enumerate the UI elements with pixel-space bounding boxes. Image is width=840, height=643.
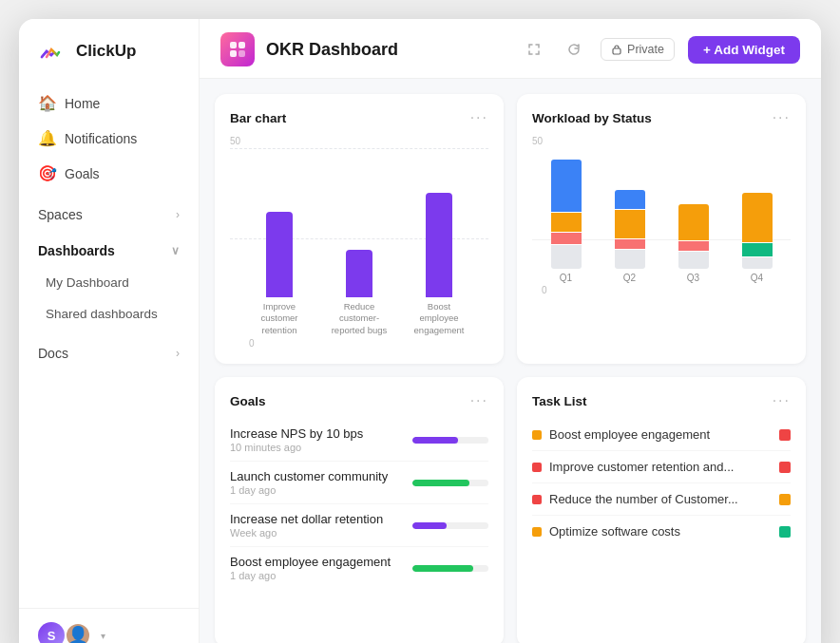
svg-rect-0 <box>230 42 237 48</box>
home-icon: 🏠 <box>38 94 55 112</box>
workload-y-top: 50 <box>532 136 791 146</box>
bar-1 <box>346 250 372 297</box>
sidebar-user[interactable]: S 👤 ▾ <box>19 608 199 643</box>
expand-icon <box>526 42 542 57</box>
goal-info-2: Increase net dollar retention Week ago <box>230 512 403 539</box>
dashboard-icon <box>220 32 255 66</box>
q4-seg-green <box>742 243 773 256</box>
task-list-menu[interactable]: ··· <box>773 392 791 409</box>
goal-name-2: Increase net dollar retention <box>230 512 403 526</box>
bar-chart-header: Bar chart ··· <box>230 109 488 126</box>
bar-2 <box>426 193 452 297</box>
goal-name-3: Boost employee engagement <box>230 555 403 569</box>
q1-label: Q1 <box>560 273 572 283</box>
goals-list: Increase NPS by 10 bps 10 minutes ago La… <box>230 419 488 632</box>
svg-rect-3 <box>239 50 245 57</box>
sidebar-item-dashboards[interactable]: Dashboards ∨ <box>19 235 199 267</box>
bar-chart-area: 50 Improve customerretention <box>230 136 488 349</box>
sidebar-item-dashboards-label: Dashboards <box>38 243 115 258</box>
goal-item-1: Launch customer community 1 day ago <box>230 462 488 504</box>
y-axis-bottom: 0 <box>230 338 488 349</box>
refresh-icon-btn[interactable] <box>561 36 587 63</box>
bars-container: Improve customerretention Reduce custome… <box>230 148 488 336</box>
task-item-0: Boost employee engagement <box>532 419 791 451</box>
sidebar-item-notifications-label: Notifications <box>65 131 137 146</box>
q1-seg-blue <box>551 160 582 212</box>
goal-item-3: Boost employee engagement 1 day ago <box>230 547 488 589</box>
goal-progress-fill-2 <box>412 522 447 529</box>
q3-label: Q3 <box>687 273 699 283</box>
q4-seg-yellow <box>742 193 773 242</box>
task-flag-1 <box>779 462 791 473</box>
sidebar-item-spaces[interactable]: Spaces › <box>19 199 199 231</box>
goal-name-0: Increase NPS by 10 bps <box>230 426 403 441</box>
sidebar-item-goals[interactable]: 🎯 Goals <box>19 156 199 191</box>
q3-segments <box>678 204 709 269</box>
task-list-header: Task List ··· <box>532 392 791 409</box>
q4-segments <box>742 193 773 269</box>
goal-name-1: Launch customer community <box>230 469 403 483</box>
q1-seg-yellow <box>551 213 582 232</box>
goal-progress-bar-2 <box>412 522 488 529</box>
q3-seg-yellow <box>678 204 709 240</box>
svg-rect-4 <box>613 48 620 54</box>
user-menu-chevron: ▾ <box>101 631 105 641</box>
expand-icon-btn[interactable] <box>521 36 547 63</box>
goal-info-1: Launch customer community 1 day ago <box>230 469 403 496</box>
topbar-actions: Private + Add Widget <box>521 36 800 64</box>
task-list: Boost employee engagement Improve custom… <box>532 419 791 632</box>
sidebar-item-home-label: Home <box>65 96 100 111</box>
add-widget-button[interactable]: + Add Widget <box>688 36 800 64</box>
sidebar-item-shared-dashboards[interactable]: Shared dashboards <box>19 298 199 330</box>
goal-progress-fill-3 <box>412 565 473 572</box>
sidebar-item-notifications[interactable]: 🔔 Notifications <box>19 121 199 156</box>
workload-menu[interactable]: ··· <box>773 109 791 126</box>
sidebar-item-docs-label: Docs <box>38 346 68 361</box>
stacked-bar-q1: Q1 <box>542 160 590 283</box>
task-list-title: Task List <box>532 394 587 408</box>
task-dot-0 <box>532 430 542 440</box>
bar-label-2: Boost employeeengagement <box>410 301 468 336</box>
task-flag-2 <box>779 494 791 505</box>
goals-widget: Goals ··· Increase NPS by 10 bps 10 minu… <box>215 377 504 643</box>
bar-chart-menu[interactable]: ··· <box>470 109 488 126</box>
q2-label: Q2 <box>623 273 636 283</box>
workload-bars-container: Q1 Q2 <box>532 150 791 283</box>
sidebar-item-home[interactable]: 🏠 Home <box>19 85 199 121</box>
page-title: OKR Dashboard <box>266 40 509 60</box>
goal-progress-bar-0 <box>412 437 488 444</box>
workload-title: Workload by Status <box>532 111 652 125</box>
private-badge[interactable]: Private <box>601 38 675 61</box>
q2-seg-blue <box>615 190 645 209</box>
goal-time-1: 1 day ago <box>230 484 403 496</box>
task-flag-3 <box>779 526 791 538</box>
bar-0 <box>266 212 293 297</box>
goals-icon: 🎯 <box>38 164 55 182</box>
private-label: Private <box>627 43 664 56</box>
avatar-photo: 👤 <box>65 622 91 643</box>
goals-menu[interactable]: ··· <box>470 392 488 409</box>
task-dot-3 <box>532 527 542 537</box>
goals-header: Goals ··· <box>230 392 488 409</box>
task-name-0: Boost employee engagement <box>549 427 772 442</box>
clickup-logo-icon <box>38 36 68 66</box>
task-dot-1 <box>532 463 542 472</box>
bar-chart-widget: Bar chart ··· 50 Improve customerr <box>215 94 504 364</box>
stacked-bar-q3: Q3 <box>669 204 717 283</box>
chevron-right-docs-icon: › <box>176 347 180 360</box>
sidebar-item-docs[interactable]: Docs › <box>19 337 199 369</box>
goal-item-2: Increase net dollar retention Week ago <box>230 504 488 547</box>
shared-dashboards-label: Shared dashboards <box>46 307 158 321</box>
lock-icon <box>611 44 622 55</box>
q4-label: Q4 <box>751 273 763 283</box>
goal-time-0: 10 minutes ago <box>230 442 403 453</box>
task-item-1: Improve customer retention and... <box>532 451 791 483</box>
task-item-3: Optimize software costs <box>532 516 791 547</box>
avatar-s: S <box>38 622 65 643</box>
logo[interactable]: ClickUp <box>19 19 199 82</box>
sidebar-item-my-dashboard[interactable]: My Dashboard <box>19 267 199 298</box>
workload-chart-area: Q1 Q2 <box>532 150 791 349</box>
okr-dashboard-icon-svg <box>228 40 247 59</box>
goal-progress-bar-1 <box>412 480 488 486</box>
sidebar: ClickUp 🏠 Home 🔔 Notifications 🎯 Goals S… <box>19 19 200 643</box>
